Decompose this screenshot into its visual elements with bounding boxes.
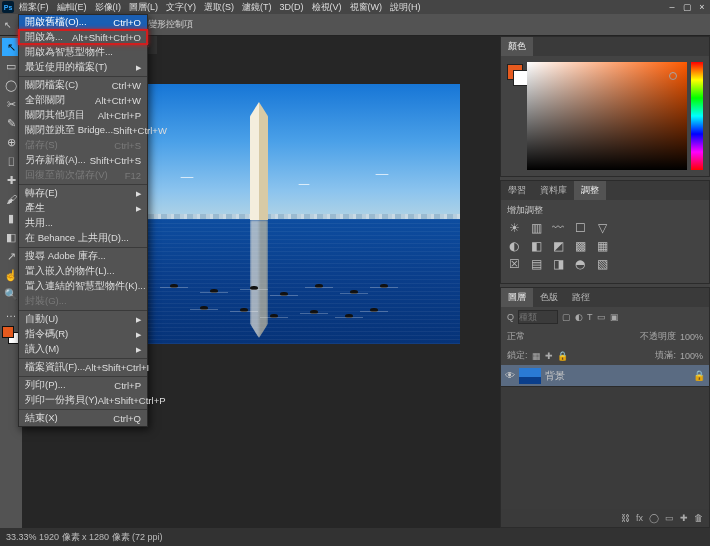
menu-item[interactable]: 列印一份拷貝(Y)Alt+Shift+Ctrl+P xyxy=(19,393,147,408)
menu-help[interactable]: 說明(H) xyxy=(387,0,424,15)
menu-item[interactable]: 結束(X)Ctrl+Q xyxy=(19,411,147,426)
adj-mixer-icon[interactable]: ▩ xyxy=(573,239,587,253)
adj-vibrance-icon[interactable]: ▽ xyxy=(595,221,609,235)
hue-slider[interactable] xyxy=(691,62,703,170)
menu-item[interactable]: 搜尋 Adobe 庫存... xyxy=(19,249,147,264)
menu-edit[interactable]: 編輯(E) xyxy=(54,0,90,15)
filter-shape-icon[interactable]: ▭ xyxy=(597,312,606,322)
adj-thresh-icon[interactable]: ◨ xyxy=(551,257,565,271)
menu-item[interactable]: 置入嵌入的物件(L)... xyxy=(19,264,147,279)
app-logo: Ps xyxy=(2,1,14,13)
menu-layer[interactable]: 圖層(L) xyxy=(126,0,161,15)
foreground-color[interactable] xyxy=(2,326,14,338)
window-close[interactable]: × xyxy=(696,2,708,12)
filter-img-icon[interactable]: ▢ xyxy=(562,312,571,322)
menu-item[interactable]: 最近使用的檔案(T) xyxy=(19,60,147,75)
menu-view[interactable]: 檢視(V) xyxy=(309,0,345,15)
adj-levels-icon[interactable]: ▥ xyxy=(529,221,543,235)
lock-pos-icon[interactable]: ✚ xyxy=(545,351,553,361)
tab-learn[interactable]: 學習 xyxy=(501,181,533,200)
right-panels: 顏色 學習 資料庫 調整 增加調整 ☀ ▥ 〰 ☐ ▽ xyxy=(500,36,710,528)
window-minimize[interactable]: – xyxy=(666,2,678,12)
fill-label: 填滿: xyxy=(655,349,676,362)
menu-item[interactable]: 關閉其他項目Alt+Ctrl+P xyxy=(19,108,147,123)
fill-value[interactable]: 100% xyxy=(680,351,703,361)
tab-adjustments[interactable]: 調整 xyxy=(574,181,606,200)
menu-item[interactable]: 開啟為...Alt+Shift+Ctrl+O xyxy=(19,30,147,45)
menu-window[interactable]: 視窗(W) xyxy=(347,0,386,15)
new-group-icon[interactable]: ▭ xyxy=(665,513,674,523)
tab-libraries[interactable]: 資料庫 xyxy=(533,181,574,200)
adj-hue-icon[interactable]: ◐ xyxy=(507,239,521,253)
adj-brightness-icon[interactable]: ☀ xyxy=(507,221,521,235)
menu-select[interactable]: 選取(S) xyxy=(201,0,237,15)
menu-item[interactable]: 關閉並跳至 Bridge...Shift+Ctrl+W xyxy=(19,123,147,138)
tab-paths[interactable]: 路徑 xyxy=(565,288,597,307)
tab-channels[interactable]: 色版 xyxy=(533,288,565,307)
menu-bar: Ps 檔案(F) 編輯(E) 影像(I) 圖層(L) 文字(Y) 選取(S) 濾… xyxy=(0,0,710,14)
tab-layers[interactable]: 圖層 xyxy=(501,288,533,307)
blend-mode[interactable]: 正常 xyxy=(507,330,525,343)
menu-item[interactable]: 讀入(M) xyxy=(19,342,147,357)
adj-exposure-icon[interactable]: ☐ xyxy=(573,221,587,235)
menu-item[interactable]: 自動(U) xyxy=(19,312,147,327)
adj-curves-icon[interactable]: 〰 xyxy=(551,221,565,235)
adj-grad-icon[interactable]: ◓ xyxy=(573,257,587,271)
menu-item[interactable]: 指令碼(R) xyxy=(19,327,147,342)
adj-invert-icon[interactable]: ☒ xyxy=(507,257,521,271)
opacity-label: 不透明度 xyxy=(640,330,676,343)
adj-lookup-icon[interactable]: ▦ xyxy=(595,239,609,253)
opacity-value[interactable]: 100% xyxy=(680,332,703,342)
layer-name[interactable]: 背景 xyxy=(545,369,565,383)
menu-item[interactable]: 置入連結的智慧型物件(K)... xyxy=(19,279,147,294)
filter-adj-icon[interactable]: ◐ xyxy=(575,312,583,322)
adjust-title: 增加調整 xyxy=(507,204,703,217)
menu-3d[interactable]: 3D(D) xyxy=(277,1,307,13)
menu-item[interactable]: 檔案資訊(F)...Alt+Shift+Ctrl+I xyxy=(19,360,147,375)
lock-all-icon[interactable]: 🔒 xyxy=(557,351,568,361)
status-text: 33.33% 1920 像素 x 1280 像素 (72 ppi) xyxy=(6,531,163,544)
filter-smart-icon[interactable]: ▣ xyxy=(610,312,619,322)
layer-thumbnail[interactable] xyxy=(519,368,541,384)
layer-row[interactable]: 👁 背景 🔒 xyxy=(501,365,709,387)
adj-select-icon[interactable]: ▧ xyxy=(595,257,609,271)
menu-item[interactable]: 關閉檔案(C)Ctrl+W xyxy=(19,78,147,93)
lock-pixels-icon[interactable]: ▦ xyxy=(532,351,541,361)
layer-style-icon[interactable]: fx xyxy=(636,513,643,523)
menu-item[interactable]: 另存新檔(A)...Shift+Ctrl+S xyxy=(19,153,147,168)
visibility-icon[interactable]: 👁 xyxy=(505,370,515,381)
adj-photo-icon[interactable]: ◩ xyxy=(551,239,565,253)
color-panel: 顏色 xyxy=(500,36,710,177)
color-field[interactable] xyxy=(527,62,687,170)
menu-item[interactable]: 轉存(E) xyxy=(19,186,147,201)
menu-filter[interactable]: 濾鏡(T) xyxy=(239,0,275,15)
menu-item[interactable]: 產生 xyxy=(19,201,147,216)
tab-color[interactable]: 顏色 xyxy=(501,37,533,56)
adjustments-panel: 學習 資料庫 調整 增加調整 ☀ ▥ 〰 ☐ ▽ ◐ ◧ ◩ ▩ ▦ xyxy=(500,180,710,284)
menu-item[interactable]: 全部關閉Alt+Ctrl+W xyxy=(19,93,147,108)
menu-item: 回復至前次儲存(V)F12 xyxy=(19,168,147,183)
link-layers-icon[interactable]: ⛓ xyxy=(621,513,630,523)
layer-list[interactable]: 👁 背景 🔒 xyxy=(501,365,709,509)
layer-mask-icon[interactable]: ◯ xyxy=(649,513,659,523)
picker-ring[interactable] xyxy=(669,72,677,80)
delete-layer-icon[interactable]: 🗑 xyxy=(694,513,703,523)
menu-item[interactable]: 在 Behance 上共用(D)... xyxy=(19,231,147,246)
menu-file[interactable]: 檔案(F) xyxy=(16,0,52,15)
color-picker[interactable] xyxy=(501,56,709,176)
adj-poster-icon[interactable]: ▤ xyxy=(529,257,543,271)
adj-bw-icon[interactable]: ◧ xyxy=(529,239,543,253)
menu-item[interactable]: 開啟舊檔(O)...Ctrl+O xyxy=(19,15,147,30)
menu-item[interactable]: 列印(P)...Ctrl+P xyxy=(19,378,147,393)
layer-search[interactable] xyxy=(518,310,558,324)
menu-type[interactable]: 文字(Y) xyxy=(163,0,199,15)
menu-item[interactable]: 共用... xyxy=(19,216,147,231)
filter-type-icon[interactable]: T xyxy=(587,312,593,322)
new-layer-icon[interactable]: ✚ xyxy=(680,513,688,523)
file-menu-dropdown[interactable]: 開啟舊檔(O)...Ctrl+O開啟為...Alt+Shift+Ctrl+O開啟… xyxy=(18,14,148,427)
menu-image[interactable]: 影像(I) xyxy=(92,0,125,15)
move-icon: ↖ xyxy=(4,20,12,30)
window-maximize[interactable]: ▢ xyxy=(681,2,693,12)
status-bar: 33.33% 1920 像素 x 1280 像素 (72 ppi) xyxy=(0,528,710,546)
menu-item[interactable]: 開啟為智慧型物件... xyxy=(19,45,147,60)
